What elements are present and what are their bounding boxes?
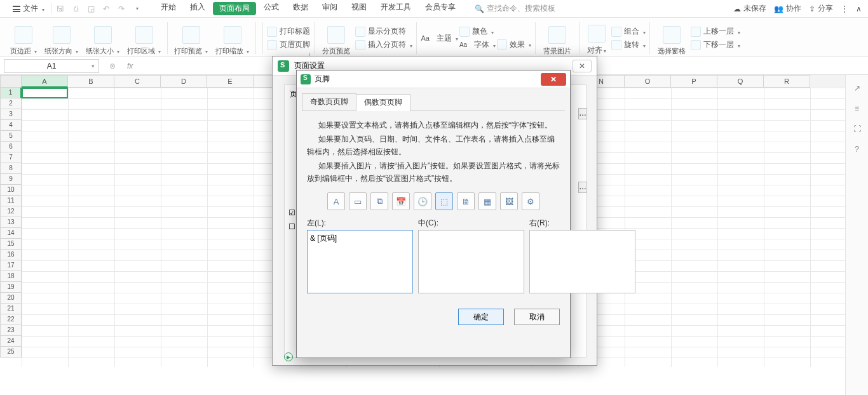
row-header[interactable]: 19 xyxy=(0,282,22,293)
ribbon-tab[interactable]: 审阅 xyxy=(316,2,344,15)
row-header[interactable]: 9 xyxy=(0,174,22,185)
ribbon-tab[interactable]: 会员专享 xyxy=(419,2,462,15)
row-header[interactable]: 4 xyxy=(0,120,22,131)
share-button[interactable]: ⇪分享 xyxy=(809,3,833,14)
ribbon-button[interactable]: 打印预览 xyxy=(170,20,212,56)
column-header[interactable]: Q xyxy=(717,75,764,88)
row-header[interactable]: 12 xyxy=(0,206,22,217)
qa-print-icon[interactable]: ⎙ xyxy=(71,4,81,14)
combo-button-fragment[interactable]: … xyxy=(578,108,587,119)
row-header[interactable]: 7 xyxy=(0,152,22,163)
footer-tool-button[interactable]: ⚙ xyxy=(522,192,539,210)
more-menu[interactable]: ⋮ xyxy=(841,4,848,13)
center-section-input[interactable] xyxy=(418,230,524,293)
print-title-button[interactable]: 打印标题 xyxy=(267,26,310,37)
ribbon-tab[interactable]: 开发工具 xyxy=(374,2,417,15)
column-header[interactable]: E xyxy=(207,75,254,88)
ok-button[interactable]: 确定 xyxy=(458,309,504,325)
bring-forward-button[interactable]: 上移一层 xyxy=(691,26,740,37)
fx-icon[interactable]: fx xyxy=(122,62,138,70)
ribbon-tab[interactable]: 数据 xyxy=(287,2,315,15)
ribbon-button[interactable]: 纸张方向 xyxy=(41,20,82,56)
command-search[interactable]: 🔍 查找命令、搜索模板 xyxy=(475,3,555,14)
column-header[interactable]: O xyxy=(625,75,671,88)
ribbon-tab[interactable]: 视图 xyxy=(345,2,373,15)
select-all-corner[interactable] xyxy=(0,75,22,88)
background-image-button[interactable]: 背景图片 xyxy=(539,20,575,56)
footer-tool-button[interactable]: ▦ xyxy=(478,192,496,210)
row-header[interactable]: 11 xyxy=(0,196,22,206)
cancel-button[interactable]: 取消 xyxy=(514,309,560,325)
row-header[interactable]: 10 xyxy=(0,185,22,196)
name-box[interactable]: A1 xyxy=(4,59,99,73)
checkbox-unchecked[interactable]: ☐ xyxy=(288,222,295,231)
ribbon-button[interactable]: 页边距 xyxy=(6,20,41,56)
colors-button[interactable]: 颜色 xyxy=(459,26,496,37)
qa-more-icon[interactable] xyxy=(132,4,142,14)
cancel-edit-icon[interactable]: ⊗ xyxy=(109,62,116,70)
ribbon-button[interactable]: 打印区域 xyxy=(123,20,165,56)
footer-tool-button[interactable]: ▭ xyxy=(349,192,367,210)
theme-button[interactable]: Aa 主题 xyxy=(421,33,458,44)
row-header[interactable]: 13 xyxy=(0,217,22,228)
collab-button[interactable]: 👥协作 xyxy=(774,3,801,14)
ribbon-button[interactable]: 打印缩放 xyxy=(212,20,253,56)
insert-page-break[interactable]: 插入分页符 xyxy=(355,39,412,50)
page-setup-close-button[interactable]: ✕ xyxy=(573,60,592,72)
footer-tab[interactable]: 偶数页页脚 xyxy=(356,94,410,111)
ribbon-tab[interactable]: 插入 xyxy=(184,2,212,15)
right-section-input[interactable] xyxy=(529,230,635,293)
row-header[interactable]: 6 xyxy=(0,142,22,152)
fonts-button[interactable]: Aa 字体 xyxy=(459,39,496,50)
left-section-input[interactable] xyxy=(307,230,413,293)
side-panel-icon[interactable]: ↗ xyxy=(851,83,863,94)
row-header[interactable]: 17 xyxy=(0,260,22,271)
row-header[interactable]: 25 xyxy=(0,347,22,358)
unsaved-indicator[interactable]: ☁未保存 xyxy=(733,3,766,14)
footer-tool-button[interactable]: 📅 xyxy=(392,192,410,210)
footer-tool-button[interactable]: ⬚ xyxy=(435,192,453,210)
row-header[interactable]: 15 xyxy=(0,239,22,250)
column-header[interactable]: C xyxy=(114,75,161,88)
footer-tab[interactable]: 奇数页页脚 xyxy=(302,93,356,110)
footer-tool-button[interactable]: 🕒 xyxy=(414,192,431,210)
file-menu[interactable]: 文件 xyxy=(6,3,51,14)
play-icon[interactable]: ▶ xyxy=(284,352,293,361)
side-panel-icon[interactable]: ⛶ xyxy=(851,123,863,135)
row-header[interactable]: 20 xyxy=(0,293,22,304)
page-break-preview-button[interactable]: 分页预览 xyxy=(318,20,354,56)
row-header[interactable]: 21 xyxy=(0,304,22,314)
row-header[interactable]: 24 xyxy=(0,336,22,347)
row-header[interactable]: 23 xyxy=(0,325,22,336)
effects-button[interactable]: 效果 xyxy=(497,39,531,50)
row-header[interactable]: 5 xyxy=(0,131,22,142)
ribbon-tab[interactable]: 页面布局 xyxy=(213,2,256,15)
row-header[interactable]: 2 xyxy=(0,98,22,109)
column-header[interactable]: D xyxy=(161,75,207,88)
column-header[interactable]: R xyxy=(764,75,810,88)
ribbon-tab[interactable]: 公式 xyxy=(257,2,285,15)
row-header[interactable]: 1 xyxy=(0,88,22,98)
checkbox-checked[interactable]: ☑ xyxy=(288,208,295,217)
column-header[interactable]: A xyxy=(22,75,68,88)
rotate-button[interactable]: 旋转 xyxy=(611,39,646,50)
footer-tool-button[interactable]: 🗎 xyxy=(457,192,475,210)
qa-undo-icon[interactable]: ↶ xyxy=(101,4,111,14)
row-header[interactable]: 8 xyxy=(0,163,22,174)
active-cell[interactable] xyxy=(22,88,68,98)
send-backward-button[interactable]: 下移一层 xyxy=(691,39,740,50)
footer-tool-button[interactable]: 🖼 xyxy=(500,192,518,210)
ribbon-tab[interactable]: 开始 xyxy=(154,2,182,15)
row-header[interactable]: 16 xyxy=(0,250,22,260)
row-header[interactable]: 3 xyxy=(0,109,22,120)
collapse-ribbon[interactable]: ∧ xyxy=(856,4,862,13)
row-header[interactable]: 18 xyxy=(0,271,22,282)
footer-tool-button[interactable]: ⧉ xyxy=(370,192,388,210)
footer-dialog-close-button[interactable]: ✕ xyxy=(541,73,566,86)
align-button[interactable]: 对齐 xyxy=(583,20,610,56)
selection-pane-button[interactable]: 选择窗格 xyxy=(654,20,689,56)
row-header[interactable]: 22 xyxy=(0,314,22,325)
qa-redo-icon[interactable]: ↷ xyxy=(116,4,126,14)
column-header[interactable]: B xyxy=(68,75,114,88)
row-header[interactable]: 14 xyxy=(0,228,22,239)
